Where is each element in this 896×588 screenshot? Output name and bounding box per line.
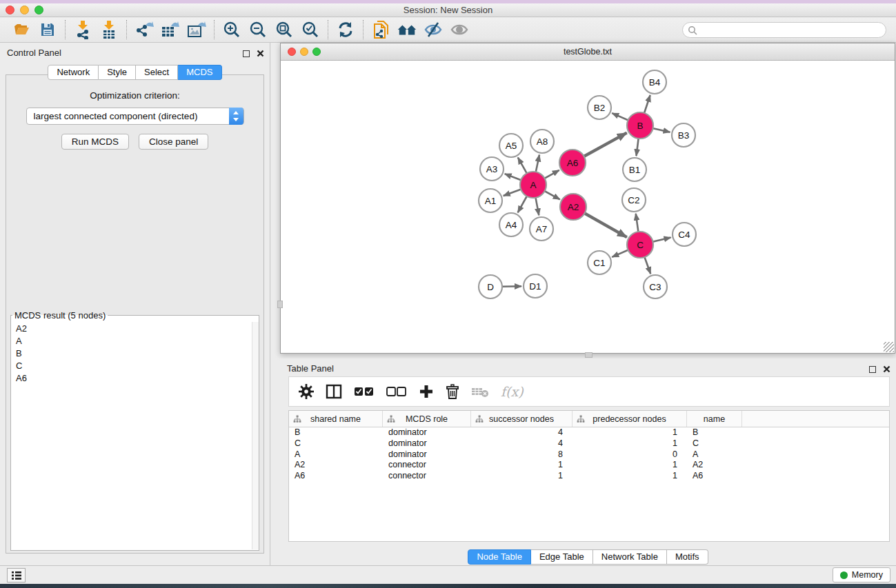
delete-column-icon[interactable] (446, 383, 459, 401)
table-row[interactable]: A2connector11A2 (289, 460, 889, 471)
svg-text:C: C (637, 240, 644, 250)
search-icon (688, 26, 697, 35)
tab-edge-table[interactable]: Edge Table (531, 549, 593, 565)
graph-node-A8[interactable]: A8 (530, 130, 554, 153)
mcds-result-item[interactable]: B (12, 347, 251, 359)
new-network-from-selection-icon[interactable] (370, 19, 391, 40)
import-table-icon[interactable] (99, 19, 119, 40)
graph-node-D1[interactable]: D1 (524, 274, 547, 298)
network-zoom-button[interactable] (312, 48, 321, 56)
optimization-criterion-select[interactable]: largest connected component (directed) (26, 108, 244, 125)
column-header-shared-name[interactable]: shared name (289, 411, 383, 427)
float-table-panel-icon[interactable] (869, 366, 876, 373)
memory-button[interactable]: Memory (833, 567, 890, 582)
task-history-icon[interactable] (7, 568, 26, 582)
column-type-icon (387, 415, 395, 423)
zoom-selected-icon[interactable] (300, 19, 321, 40)
open-session-icon[interactable] (11, 19, 32, 40)
first-neighbors-icon[interactable] (397, 19, 417, 40)
save-session-icon[interactable] (37, 19, 58, 40)
graph-node-B[interactable]: B (627, 112, 653, 139)
delete-table-icon[interactable] (471, 383, 489, 401)
export-table-icon[interactable] (160, 19, 181, 40)
graph-node-C[interactable]: C (627, 232, 653, 258)
window-resize-grip[interactable] (884, 342, 894, 352)
mcds-result-item[interactable]: A6 (12, 372, 251, 384)
import-network-icon[interactable] (72, 19, 93, 40)
table-row[interactable]: Adominator80A (289, 449, 889, 460)
float-panel-icon[interactable] (243, 50, 250, 57)
graph-node-A7[interactable]: A7 (530, 217, 553, 241)
graph-node-A3[interactable]: A3 (480, 157, 504, 181)
tab-mcds[interactable]: MCDS (178, 65, 221, 80)
graph-node-B1[interactable]: B1 (623, 158, 646, 181)
svg-text:D: D (487, 282, 494, 292)
tab-motifs[interactable]: Motifs (667, 549, 708, 565)
graph-node-A1[interactable]: A1 (479, 189, 502, 212)
close-panel-button[interactable]: Close panel (139, 134, 208, 150)
column-header-successor-nodes[interactable]: successor nodes (471, 411, 573, 427)
table-row[interactable]: Cdominator41C (289, 438, 889, 449)
tab-style[interactable]: Style (99, 65, 136, 80)
mcds-result-list: A2ABCA6 (12, 322, 251, 549)
column-type-icon (577, 415, 585, 423)
graph-node-C4[interactable]: C4 (673, 223, 696, 246)
add-column-icon[interactable] (419, 383, 434, 401)
tab-node-table[interactable]: Node Table (468, 549, 531, 565)
table-cell: 1 (471, 471, 573, 482)
mcds-result-item[interactable]: A (12, 334, 251, 347)
run-mcds-button[interactable]: Run MCDS (61, 134, 129, 150)
export-network-icon[interactable] (134, 19, 155, 40)
apply-function-icon[interactable]: f(x) (501, 383, 524, 401)
graph-node-A[interactable]: A (520, 172, 546, 198)
network-window-titlebar[interactable]: testGlobe.txt (281, 43, 895, 61)
tab-select[interactable]: Select (136, 65, 178, 80)
table-row[interactable]: Bdominator41B (289, 427, 889, 438)
minimize-window-button[interactable] (20, 6, 29, 14)
graph-node-C3[interactable]: C3 (644, 275, 667, 298)
column-header-predecessor-nodes[interactable]: predecessor nodes (573, 411, 687, 427)
graph-node-C2[interactable]: C2 (622, 188, 646, 212)
graph-node-D[interactable]: D (479, 275, 502, 298)
svg-text:A3: A3 (486, 164, 498, 174)
deselect-all-rows-icon[interactable] (386, 383, 407, 401)
application-window: Session: New Session (0, 0, 896, 588)
close-panel-icon[interactable] (257, 48, 264, 60)
graph-node-A6[interactable]: A6 (559, 150, 586, 176)
table-cell: A2 (289, 460, 383, 471)
zoom-fit-icon[interactable] (274, 19, 295, 40)
split-columns-icon[interactable] (326, 383, 342, 401)
network-minimize-button[interactable] (300, 48, 308, 56)
result-scrollbar[interactable] (252, 322, 259, 549)
column-header-MCDS-role[interactable]: MCDS role (383, 411, 471, 427)
zoom-window-button[interactable] (34, 6, 43, 14)
table-settings-icon[interactable] (299, 383, 314, 401)
graph-node-B4[interactable]: B4 (643, 70, 666, 94)
table-row[interactable]: A6connector11A6 (289, 471, 889, 482)
window-edge-handle-left[interactable] (277, 301, 283, 308)
graph-node-A4[interactable]: A4 (499, 213, 523, 236)
hide-graphics-details-icon[interactable] (423, 19, 444, 40)
mcds-result-item[interactable]: C (12, 359, 251, 372)
apply-layout-icon[interactable] (335, 19, 356, 40)
tab-network-table[interactable]: Network Table (593, 549, 667, 565)
mcds-result-item[interactable]: A2 (12, 322, 251, 334)
graph-node-A5[interactable]: A5 (499, 134, 523, 157)
search-input[interactable] (682, 22, 886, 38)
network-close-button[interactable] (288, 48, 296, 56)
zoom-out-icon[interactable] (248, 19, 268, 40)
close-table-panel-icon[interactable] (883, 363, 890, 376)
graph-node-C1[interactable]: C1 (588, 251, 611, 274)
network-canvas[interactable]: B4B2BB3A5A8A6A3B1AA1C2A2A4A7C4CC1C3DD1 (281, 61, 895, 353)
window-edge-handle-bottom[interactable] (585, 352, 593, 358)
show-graphics-details-icon[interactable] (449, 19, 470, 40)
export-image-icon[interactable] (186, 19, 207, 40)
tab-network[interactable]: Network (48, 65, 99, 80)
graph-node-B2[interactable]: B2 (588, 96, 611, 119)
zoom-in-icon[interactable] (221, 19, 242, 40)
select-all-rows-icon[interactable] (354, 383, 375, 401)
graph-node-A2[interactable]: A2 (560, 194, 586, 220)
column-header-name[interactable]: name (687, 411, 742, 427)
close-window-button[interactable] (6, 6, 14, 14)
graph-node-B3[interactable]: B3 (672, 123, 695, 147)
